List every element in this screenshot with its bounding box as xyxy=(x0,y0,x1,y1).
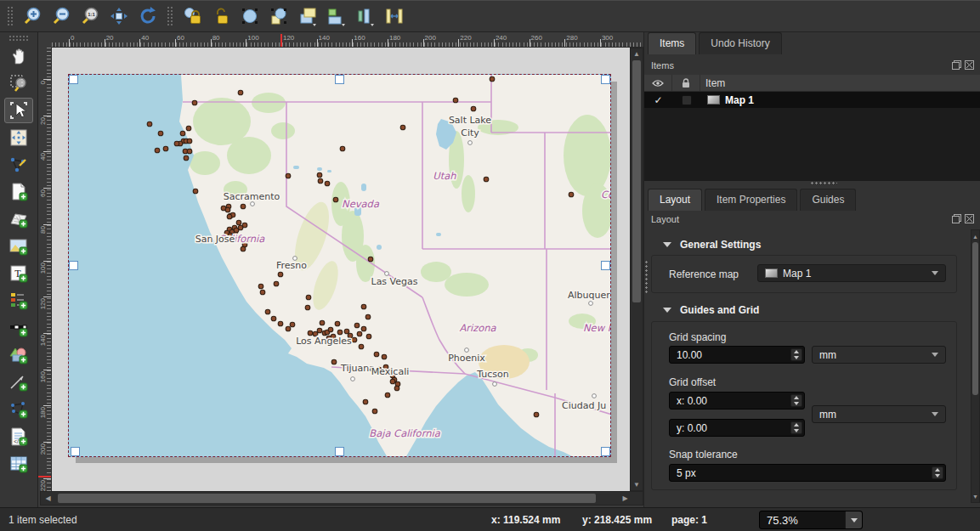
handle-top-left[interactable] xyxy=(69,75,78,84)
toolbox-button-add-page[interactable] xyxy=(4,179,33,205)
scroll-up-arrow[interactable]: ▲ xyxy=(631,48,643,59)
layout-viewport[interactable]: CaliforniaNevadaUtahArizonaNew MCoBaja C… xyxy=(52,48,630,491)
toolbox-button-zoom[interactable] xyxy=(4,71,33,96)
tab-item-properties[interactable]: Item Properties xyxy=(705,189,797,211)
handle-top-center[interactable] xyxy=(335,75,344,84)
canvas-hscrollbar[interactable]: ◀ ▶ xyxy=(40,491,643,506)
spin-down-icon[interactable] xyxy=(794,429,799,432)
spin-up-icon[interactable] xyxy=(794,423,799,426)
toolbar-button-align-items[interactable] xyxy=(323,3,350,29)
items-row-map1[interactable]: ✓ Map 1 xyxy=(644,92,980,108)
spin-down-icon[interactable] xyxy=(935,474,940,477)
canvas-vscrollbar[interactable]: ▲ ▼ xyxy=(630,48,643,491)
lock-checkbox[interactable] xyxy=(672,95,700,105)
toolbox-button-add-node-item[interactable] xyxy=(4,397,33,422)
toolbar-button-raise-items[interactable] xyxy=(294,3,321,29)
toolbar-button-zoom-full[interactable] xyxy=(105,3,133,29)
toolbar-button-select-all[interactable] xyxy=(236,3,263,29)
properties-scrollbar[interactable]: ▲ ▼ xyxy=(971,229,980,503)
toolbar-button-zoom-in[interactable] xyxy=(19,3,46,29)
handle-bottom-left[interactable] xyxy=(71,447,80,456)
zoom-level-combo[interactable]: 75.3% xyxy=(759,511,863,529)
close-panel-icon[interactable] xyxy=(965,214,974,223)
toolbox-button-add-shape[interactable] xyxy=(4,342,33,368)
tab-layout[interactable]: Layout xyxy=(648,189,702,211)
handle-bottom-center[interactable] xyxy=(335,447,344,456)
ruler-major-tick xyxy=(423,39,424,48)
spin-arrows[interactable] xyxy=(790,421,802,434)
toolbox-button-add-html[interactable]: </> xyxy=(4,424,33,449)
ruler-label: 160 xyxy=(354,34,365,42)
grid-offset-x-spinbox[interactable]: x: 0.00 xyxy=(669,392,805,410)
reference-map-combo[interactable]: Map 1 xyxy=(757,264,946,282)
toolbar-button-distribute-items[interactable] xyxy=(352,3,379,29)
spin-up-icon[interactable] xyxy=(794,350,799,353)
scroll-left-arrow[interactable]: ◀ xyxy=(42,492,54,505)
toolbar-button-deselect-all[interactable] xyxy=(265,3,292,29)
visibility-checkmark[interactable]: ✓ xyxy=(644,94,672,106)
properties-scroll-thumb[interactable] xyxy=(972,242,978,395)
map-data-point xyxy=(569,192,574,197)
handle-mid-right[interactable] xyxy=(601,261,610,270)
toolbox-button-select-move-item[interactable] xyxy=(4,98,33,123)
toolbox-button-pan[interactable] xyxy=(4,43,33,69)
toolbox-button-add-picture[interactable] xyxy=(4,234,33,259)
snap-tolerance-spinbox[interactable]: 5 px xyxy=(669,464,946,482)
grid-spacing-unit-combo[interactable]: mm xyxy=(812,346,946,364)
toolbar-button-refresh[interactable] xyxy=(134,3,161,29)
zoom-combo-dropdown-button[interactable] xyxy=(845,511,862,528)
layout-page[interactable]: CaliforniaNevadaUtahArizonaNew MCoBaja C… xyxy=(69,75,610,456)
spin-arrows[interactable] xyxy=(932,466,943,479)
tab-guides[interactable]: Guides xyxy=(800,189,856,211)
toolbox-button-add-arrow[interactable] xyxy=(4,370,33,395)
tab-items[interactable]: Items xyxy=(648,32,696,54)
toolbox-button-add-legend[interactable] xyxy=(4,288,33,314)
toolbox-button-edit-nodes-item[interactable] xyxy=(4,152,33,178)
general-settings-title: General Settings xyxy=(680,239,761,251)
dock-splitter-grip[interactable] xyxy=(810,181,837,186)
toolbar-button-unlock-items[interactable] xyxy=(207,3,235,29)
handle-mid-left[interactable] xyxy=(69,261,78,270)
vscroll-thumb[interactable] xyxy=(632,60,641,302)
toolbar-button-resize-items[interactable] xyxy=(381,3,408,29)
float-panel-icon[interactable] xyxy=(952,60,961,70)
toolbar-button-zoom-actual[interactable]: 1:1 xyxy=(76,3,104,29)
toolbar-button-zoom-out[interactable] xyxy=(48,3,75,29)
svg-text:1:1: 1:1 xyxy=(88,12,95,17)
toolbox-button-add-scalebar[interactable] xyxy=(4,315,33,341)
scroll-down-arrow[interactable]: ▼ xyxy=(631,479,643,490)
map-data-point xyxy=(372,409,377,414)
ruler-label: 20 xyxy=(106,34,114,42)
guides-grid-header[interactable]: Guides and Grid xyxy=(663,304,759,316)
spin-down-icon[interactable] xyxy=(794,356,799,359)
handle-top-right[interactable] xyxy=(601,75,610,84)
grid-spacing-spinbox[interactable]: 10.00 xyxy=(669,346,805,364)
close-panel-icon[interactable] xyxy=(965,60,974,70)
scroll-down-arrow[interactable]: ▼ xyxy=(972,491,979,501)
toolbox-button-move-item-content[interactable] xyxy=(4,125,33,150)
hscroll-thumb[interactable] xyxy=(58,494,596,503)
spin-arrows[interactable] xyxy=(790,394,802,407)
ruler-label: 100 xyxy=(39,263,47,274)
tab-undo-history[interactable]: Undo History xyxy=(699,32,781,54)
map-item[interactable]: CaliforniaNevadaUtahArizonaNew MCoBaja C… xyxy=(69,75,610,456)
toolbox-button-add-map[interactable] xyxy=(4,206,33,232)
handle-bottom-right[interactable] xyxy=(601,447,610,456)
lock-icon xyxy=(682,78,690,88)
grid-offset-unit-combo[interactable]: mm xyxy=(812,405,946,423)
ruler-major-tick xyxy=(600,39,601,48)
toolbox-button-add-label[interactable]: T xyxy=(4,261,33,286)
grid-spacing-unit: mm xyxy=(819,349,836,361)
grid-offset-y-spinbox[interactable]: y: 0.00 xyxy=(669,419,805,437)
spin-up-icon[interactable] xyxy=(935,468,940,472)
float-panel-icon[interactable] xyxy=(952,214,961,223)
scroll-up-arrow[interactable]: ▲ xyxy=(972,231,979,241)
toolbar-button-lock-items[interactable] xyxy=(178,3,206,29)
spin-up-icon[interactable] xyxy=(794,396,799,399)
general-settings-header[interactable]: General Settings xyxy=(663,239,761,251)
toolbox-button-add-table[interactable] xyxy=(4,451,33,477)
spin-down-icon[interactable] xyxy=(794,402,799,405)
panel-splitter-grip[interactable] xyxy=(644,260,649,294)
scroll-right-arrow[interactable]: ▶ xyxy=(620,492,631,505)
spin-arrows[interactable] xyxy=(790,348,802,361)
